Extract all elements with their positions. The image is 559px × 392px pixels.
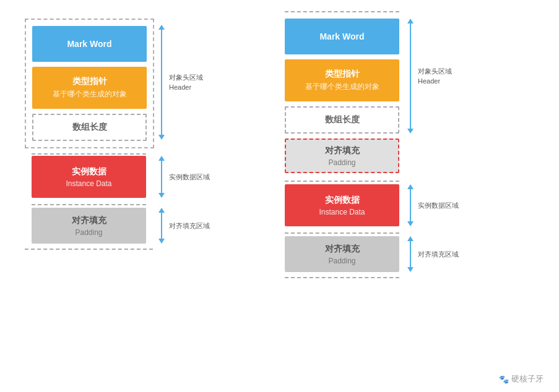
sep2-left — [32, 204, 146, 205]
header-annotation-right: 对象头区域 Header — [407, 19, 452, 134]
instance-annotation-left: 实例数据区域 — [158, 156, 210, 198]
instance-data-left: 实例数据Instance Data — [32, 156, 146, 198]
array-len-right: 数组长度 — [285, 106, 399, 134]
sep2-right — [285, 232, 399, 234]
type-pointer-left: 类型指针基于哪个类生成的对象 — [32, 67, 147, 109]
mark-word-left: Mark Word — [32, 26, 147, 62]
instance-annotation-right: 实例数据区域 — [407, 184, 459, 226]
header-outer-box-left: Mark Word类型指针基于哪个类生成的对象数组长度 — [25, 19, 154, 148]
array-len-left: 数组长度 — [32, 114, 147, 141]
padding-annotation-right: 对齐填充区域 — [407, 236, 459, 272]
padding-dashed-right: 对齐填充Padding — [285, 138, 399, 173]
watermark: 🐾硬核子牙 — [499, 373, 544, 385]
sep1-right — [285, 181, 399, 182]
instance-data-right: 实例数据Instance Data — [285, 184, 399, 226]
padding-left: 对齐填充Padding — [32, 208, 146, 244]
header-annotation-left: 对象头区域 Header — [158, 25, 203, 140]
padding-annotation-left: 对齐填充区域 — [158, 208, 210, 244]
mark-word-right: Mark Word — [285, 19, 399, 54]
type-pointer-right: 类型指针基于哪个类生成的对象 — [285, 59, 399, 101]
sep1-left — [32, 153, 146, 155]
padding-right: 对齐填充Padding — [285, 236, 399, 272]
